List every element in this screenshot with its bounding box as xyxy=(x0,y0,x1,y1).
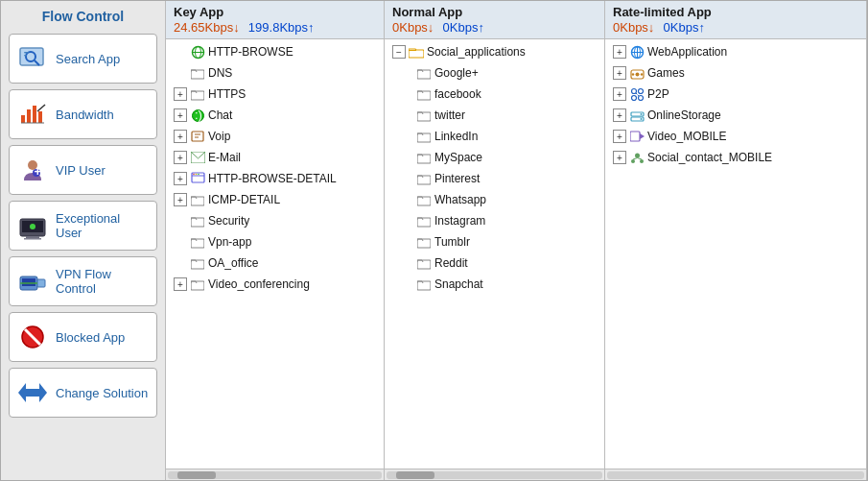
bandwidth-icon xyxy=(17,99,48,130)
item-label: Whatsapp xyxy=(434,193,486,206)
tree-item[interactable]: +HTTP-BROWSE-DETAIL xyxy=(166,168,384,189)
tree-item[interactable]: +Social_contact_MOBILE xyxy=(605,147,866,168)
tree-item[interactable]: +ICMP-DETAIL xyxy=(166,189,384,210)
change-solution-button[interactable]: Change Solution xyxy=(9,368,157,418)
svg-rect-21 xyxy=(37,279,45,287)
expand-button[interactable]: + xyxy=(613,45,626,59)
folder-icon xyxy=(416,234,432,250)
tree-item[interactable]: Google+ xyxy=(385,62,604,84)
tree-item[interactable]: +:)Chat xyxy=(166,105,384,126)
item-label: WebApplication xyxy=(647,45,727,59)
item-label: Reddit xyxy=(434,256,468,270)
tree-item[interactable]: +P2P xyxy=(605,84,866,105)
bandwidth-button[interactable]: Bandwidth xyxy=(9,89,157,139)
tree-item[interactable]: LinkedIn xyxy=(385,126,604,147)
chat-icon: :) xyxy=(190,108,205,123)
folder-open-icon xyxy=(409,44,424,60)
folder-icon xyxy=(190,65,205,81)
svg-point-64 xyxy=(635,72,639,76)
expand-button[interactable]: + xyxy=(174,172,187,185)
folder-icon xyxy=(190,234,205,250)
key-app-hscroll[interactable] xyxy=(166,469,384,480)
tree-item[interactable]: +HTTPS xyxy=(166,84,384,105)
normal-app-hscroll-track xyxy=(387,471,602,479)
folder-icon xyxy=(416,192,432,207)
expand-button[interactable]: + xyxy=(613,87,626,101)
expand-button[interactable]: + xyxy=(174,151,187,164)
normal-app-up: 0Kbps↑ xyxy=(443,20,484,35)
tree-item[interactable]: Instagram xyxy=(385,210,604,231)
tree-item[interactable]: +Video_MOBILE xyxy=(605,126,866,147)
normal-app-body[interactable]: −Social_applicationsGoogle+facebooktwitt… xyxy=(385,39,604,469)
tree-item[interactable]: −Social_applications xyxy=(385,41,604,62)
exceptional-user-button[interactable]: ExceptionalUser xyxy=(9,201,157,251)
tree-item[interactable]: +WebApplication xyxy=(605,41,866,62)
expand-button[interactable]: + xyxy=(174,130,187,143)
svg-point-41 xyxy=(198,174,199,176)
expand-button[interactable]: + xyxy=(174,87,187,101)
expand-button[interactable]: + xyxy=(174,193,187,206)
expand-button[interactable]: + xyxy=(613,66,626,80)
tree-item[interactable]: +E-Mail xyxy=(166,147,384,168)
tree-item[interactable]: facebook xyxy=(385,84,604,105)
key-app-body[interactable]: HTTP-BROWSEDNS+HTTPS+:)Chat+Voip+E-Mail+… xyxy=(166,39,384,469)
tree-item[interactable]: +Games xyxy=(605,62,866,84)
normal-app-header: Normal App 0Kbps↓ 0Kbps↑ xyxy=(385,1,604,39)
normal-app-hscroll[interactable] xyxy=(385,469,604,480)
folder-icon xyxy=(190,192,205,207)
search-app-button[interactable]: Search App xyxy=(9,34,157,84)
web-icon xyxy=(629,44,645,60)
expand-button[interactable]: + xyxy=(613,151,626,164)
rate-app-hscroll-track xyxy=(607,471,864,479)
svg-point-70 xyxy=(638,88,643,93)
tree-item[interactable]: Vpn-app xyxy=(166,231,384,253)
tree-item[interactable]: OA_office xyxy=(166,253,384,274)
bandwidth-label: Bandwidth xyxy=(56,108,149,122)
key-app-stats: 24.65Kbps↓ 199.8Kbps↑ xyxy=(174,20,376,35)
item-label: HTTP-BROWSE-DETAIL xyxy=(208,172,337,185)
item-label: Chat xyxy=(208,108,232,122)
expand-button[interactable]: + xyxy=(174,277,187,291)
tree-item[interactable]: DNS xyxy=(166,62,384,84)
collapse-button[interactable]: − xyxy=(392,45,406,59)
tree-item[interactable]: Reddit xyxy=(385,253,604,274)
tree-item[interactable]: Tumblr xyxy=(385,231,604,253)
tree-item[interactable]: Pinterest xyxy=(385,168,604,189)
tree-item[interactable]: MySpace xyxy=(385,147,604,168)
key-app-hscroll-track xyxy=(168,471,382,479)
item-label: Games xyxy=(647,66,685,80)
rate-app-title: Rate-limited App xyxy=(613,5,858,19)
rate-app-down: 0Kbps↓ xyxy=(613,20,654,35)
folder-icon xyxy=(190,255,205,271)
rate-app-body[interactable]: +WebApplication+Games+P2P+OnlineStorage+… xyxy=(605,39,866,469)
expand-button[interactable]: + xyxy=(613,108,626,122)
vip-user-button[interactable]: + VIP User xyxy=(9,145,157,195)
tree-item[interactable]: Whatsapp xyxy=(385,189,604,210)
vpn-flow-control-label: VPN FlowControl xyxy=(56,267,149,296)
social-icon xyxy=(629,150,645,165)
svg-rect-20 xyxy=(22,278,35,286)
svg-line-81 xyxy=(633,157,638,159)
tree-item[interactable]: Snapchat xyxy=(385,274,604,295)
exceptional-user-label: ExceptionalUser xyxy=(56,211,149,240)
expand-button[interactable]: + xyxy=(613,130,626,143)
svg-line-10 xyxy=(37,105,45,111)
folder-icon xyxy=(416,129,432,144)
folder-icon xyxy=(416,213,432,228)
vpn-flow-control-button[interactable]: VPN FlowControl xyxy=(9,256,157,306)
key-app-up: 199.8Kbps↑ xyxy=(248,20,315,35)
svg-rect-57 xyxy=(417,260,431,269)
normal-app-down: 0Kbps↓ xyxy=(392,20,434,35)
blocked-app-button[interactable]: Blocked App xyxy=(9,312,157,362)
tree-item[interactable]: +Video_conferencing xyxy=(166,274,384,295)
tree-item[interactable]: +Voip xyxy=(166,126,384,147)
svg-point-18 xyxy=(30,224,35,229)
expand-button[interactable]: + xyxy=(174,108,187,122)
tree-item[interactable]: HTTP-BROWSE xyxy=(166,41,384,62)
tree-item[interactable]: twitter xyxy=(385,105,604,126)
tree-item[interactable]: +OnlineStorage xyxy=(605,105,866,126)
item-label: Pinterest xyxy=(434,172,480,185)
tree-item[interactable]: Security xyxy=(166,210,384,231)
blocked-app-icon xyxy=(17,322,48,352)
rate-app-hscroll[interactable] xyxy=(605,469,866,480)
